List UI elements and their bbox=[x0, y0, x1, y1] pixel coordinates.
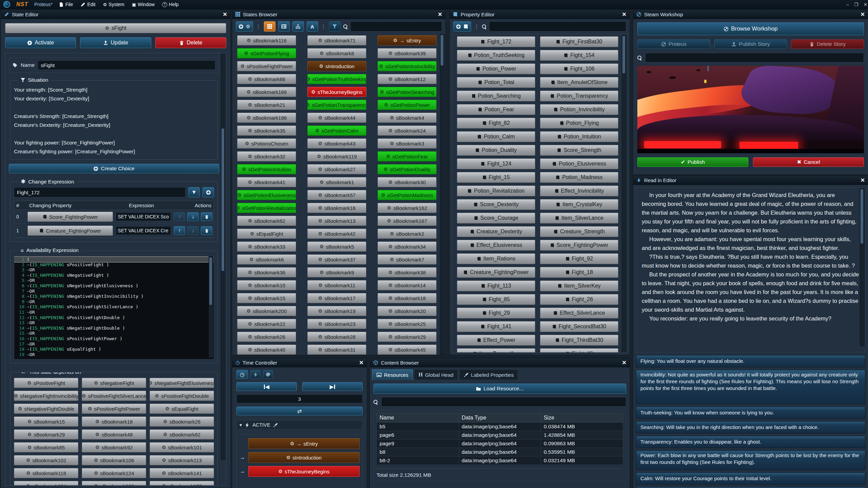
property-item[interactable]: Item_Rations bbox=[457, 253, 535, 264]
effect-row[interactable]: Calm: Will restore your Courage points t… bbox=[636, 472, 865, 485]
depends-item[interactable]: ⚙sBookmark113 bbox=[150, 455, 214, 465]
property-item[interactable]: Potion_Invincibility bbox=[540, 104, 618, 115]
property-item[interactable]: Fight_172 bbox=[457, 36, 535, 47]
tab-resources[interactable]: Resources bbox=[372, 369, 413, 380]
state-item[interactable]: ⚙sGetPotionFear bbox=[378, 151, 437, 161]
state-item[interactable]: ⚙sBookmark16 bbox=[307, 203, 366, 213]
state-item[interactable]: ⚙sGetPotionIntuition bbox=[237, 164, 296, 174]
state-item[interactable]: ⚙sEqualFight bbox=[237, 229, 296, 239]
find-by-name-button[interactable]: A bbox=[307, 21, 318, 32]
depends-item[interactable]: ⚙sNegativeFightDouble bbox=[14, 404, 78, 414]
effect-row[interactable]: Truth-seeking: You will know when someon… bbox=[636, 407, 865, 419]
property-item[interactable]: Fight_92 bbox=[540, 253, 618, 264]
dropdown-button[interactable]: ▼ bbox=[188, 187, 200, 197]
depends-item[interactable]: ⚙sBookmark124 bbox=[82, 468, 146, 478]
close-icon[interactable]: ✕ bbox=[622, 359, 626, 366]
state-item[interactable]: ⚙sBookmark32 bbox=[237, 151, 296, 161]
depends-item[interactable]: ⚙sPositiveFightSilverLance bbox=[82, 391, 146, 401]
property-item[interactable]: Fight_154 bbox=[540, 50, 618, 61]
property-item[interactable]: Item_CrystalKey bbox=[540, 199, 618, 210]
move-down-button[interactable]: ↓ bbox=[187, 226, 199, 235]
state-item[interactable]: ⚙sBookmark119 bbox=[307, 151, 366, 161]
state-item[interactable]: ⚙sGetPotionRevitalization bbox=[237, 203, 296, 213]
property-item[interactable]: Fight_85 bbox=[457, 294, 535, 305]
realtime-button[interactable]: ◷ bbox=[236, 370, 248, 379]
state-item[interactable]: ⚙sGetPotionTransparency bbox=[307, 100, 366, 110]
active-section-header[interactable]: ▾ ACTIVE bbox=[236, 420, 363, 430]
depends-item[interactable]: ⚙sBookmark85 bbox=[14, 442, 78, 452]
step-mode-button[interactable] bbox=[250, 370, 261, 379]
state-item[interactable]: ⚙sBookmark23 bbox=[307, 319, 366, 329]
state-item[interactable]: ⚙sBookmark66 bbox=[237, 74, 296, 84]
depends-item[interactable]: ⚙sBookmark154 bbox=[14, 481, 78, 486]
state-item[interactable]: ⚙sBookmark31 bbox=[307, 345, 366, 355]
property-item[interactable]: Potion_Revitalization bbox=[457, 186, 535, 196]
delete-story-button[interactable]: Delete Story bbox=[791, 39, 864, 49]
delete-row-button[interactable] bbox=[201, 212, 212, 221]
property-item[interactable]: Potion_Transparency bbox=[540, 91, 618, 101]
depends-item[interactable]: ⚙sBookmark102 bbox=[14, 455, 78, 465]
publish-story-button[interactable]: Publish Story bbox=[714, 39, 787, 49]
close-icon[interactable]: ✕ bbox=[861, 11, 865, 18]
changing-property-button[interactable]: Score_FightingPower bbox=[27, 212, 113, 222]
state-item[interactable]: ⚙sBookmark41 bbox=[237, 177, 296, 187]
state-item[interactable]: ⚙sGetPotionElusiveness bbox=[237, 190, 296, 200]
effect-row[interactable]: Transparency: Enables you to disappear, … bbox=[636, 436, 865, 448]
state-item[interactable]: ⚙sBookmark26 bbox=[237, 332, 296, 342]
state-item[interactable]: ⚙sPotionsChosen bbox=[237, 138, 296, 149]
depends-item[interactable]: ⚙sBookmark166 bbox=[82, 481, 146, 486]
publish-button[interactable]: ✔Publish bbox=[637, 157, 748, 167]
property-item[interactable]: Fight_15 bbox=[457, 172, 535, 183]
state-item[interactable]: ⚙sBookmark11 bbox=[307, 280, 366, 290]
state-item[interactable]: ⚙sBookmark166 bbox=[237, 87, 296, 97]
table-row[interactable]: page9data:image/png;base640.090863 MB bbox=[377, 440, 623, 448]
state-item[interactable]: ⚙sIntroduction bbox=[307, 61, 366, 71]
load-resource-button[interactable]: Load Resource... bbox=[373, 384, 626, 394]
depends-item[interactable]: ⚙sBookmark141 bbox=[150, 468, 214, 478]
property-item[interactable]: Fight_82 bbox=[457, 118, 535, 129]
effect-row[interactable]: Flying: You will float over any natural … bbox=[636, 355, 865, 367]
close-icon[interactable]: ✕ bbox=[438, 11, 442, 18]
property-item[interactable]: Potion_Elusiveness bbox=[540, 158, 618, 169]
state-item[interactable]: ⚙sGetPotionFlying bbox=[237, 48, 296, 58]
property-item[interactable]: Potion_Total bbox=[457, 77, 535, 88]
state-item[interactable]: ⚙sBookmark44 bbox=[307, 113, 366, 123]
state-item[interactable]: ⚙sBookmark21 bbox=[237, 100, 296, 110]
state-item[interactable]: ⚙sBookmark30 bbox=[378, 177, 437, 187]
expression-input[interactable] bbox=[116, 212, 171, 221]
states-scrollbar[interactable] bbox=[440, 34, 445, 355]
depends-item[interactable]: ⚙sBookmark18 bbox=[82, 416, 146, 427]
resource-table[interactable]: NameData TypeSize b5data:image/png;base6… bbox=[377, 413, 623, 465]
state-item[interactable]: ⚙sBookmark43 bbox=[307, 138, 366, 149]
property-item[interactable]: Potion_Fear bbox=[457, 104, 535, 115]
state-item[interactable]: ⚙sBookmark42 bbox=[307, 229, 366, 239]
state-item[interactable]: ⚙sBookmark45 bbox=[378, 345, 437, 355]
depends-item[interactable]: ⚙sBookmark106 bbox=[82, 455, 146, 465]
resource-search-input[interactable] bbox=[381, 397, 626, 407]
table-row[interactable]: b5data:image/png;base640.038474 MB bbox=[377, 423, 623, 431]
skip-to-start-button[interactable]: ◀ bbox=[236, 382, 297, 391]
state-item[interactable]: ⚙sBookmark15 bbox=[237, 293, 296, 303]
add-expression-button[interactable] bbox=[202, 187, 214, 197]
effect-row[interactable]: Invincibility: Not quite as powerful as … bbox=[636, 370, 865, 404]
state-item[interactable]: ⚙sBookmark162 bbox=[378, 203, 437, 213]
property-item[interactable]: Fight_18 bbox=[540, 267, 618, 278]
property-item[interactable]: Potion_Power bbox=[457, 63, 535, 74]
close-icon[interactable]: ✕ bbox=[223, 11, 227, 18]
proteus-button[interactable]: Proteus bbox=[637, 39, 710, 49]
depends-item[interactable]: ⚙sBookmark29 bbox=[14, 429, 78, 440]
active-state-button[interactable]: ⚙sTheJourneyBegins bbox=[248, 466, 360, 477]
menu-item-file[interactable]: File bbox=[59, 2, 73, 7]
palette-button[interactable] bbox=[263, 370, 273, 379]
state-editor-scrollbar[interactable] bbox=[221, 54, 226, 460]
state-item[interactable]: ⚙sBookmark34 bbox=[378, 241, 437, 252]
property-item[interactable]: Creature_Dexterity bbox=[457, 226, 535, 237]
property-item[interactable]: Potion_Searching bbox=[457, 91, 535, 101]
state-item[interactable]: ⚙sBookmark6 bbox=[237, 254, 296, 265]
depends-item[interactable]: ⚙sBookmark101 bbox=[150, 442, 214, 452]
depends-item[interactable]: ⚙sBookmark15 bbox=[14, 416, 78, 427]
depends-item[interactable]: ⚙sBookmark48 bbox=[82, 429, 146, 440]
table-column-header[interactable]: Data Type bbox=[459, 413, 541, 423]
property-item[interactable]: Potion_Calm bbox=[457, 131, 535, 142]
state-item[interactable]: ⚙sBookmark29 bbox=[378, 332, 437, 342]
